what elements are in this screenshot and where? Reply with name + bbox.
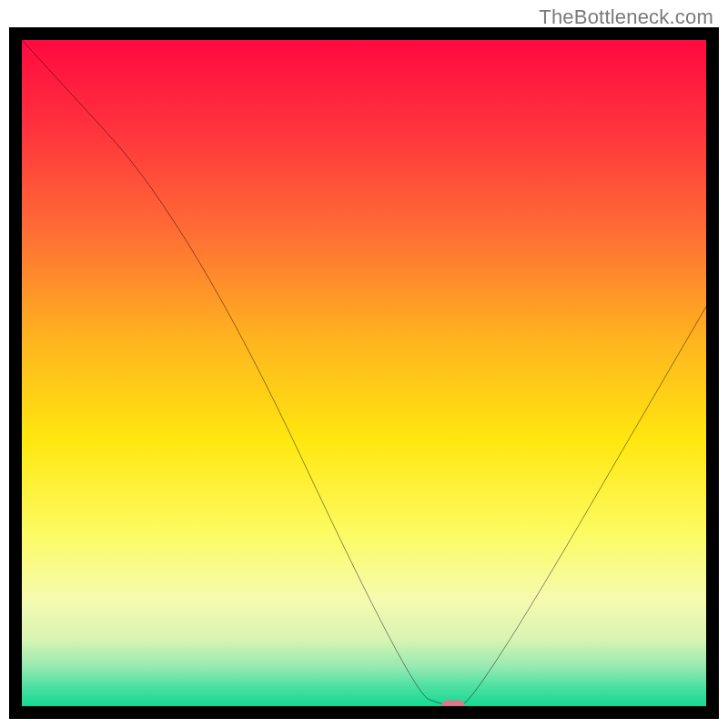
- chart-container: TheBottleneck.com: [0, 0, 728, 728]
- plot-frame: [9, 27, 719, 719]
- watermark-text: TheBottleneck.com: [539, 5, 713, 29]
- min-marker: [441, 701, 465, 707]
- curve-line: [22, 40, 706, 706]
- plot-area: [22, 40, 706, 706]
